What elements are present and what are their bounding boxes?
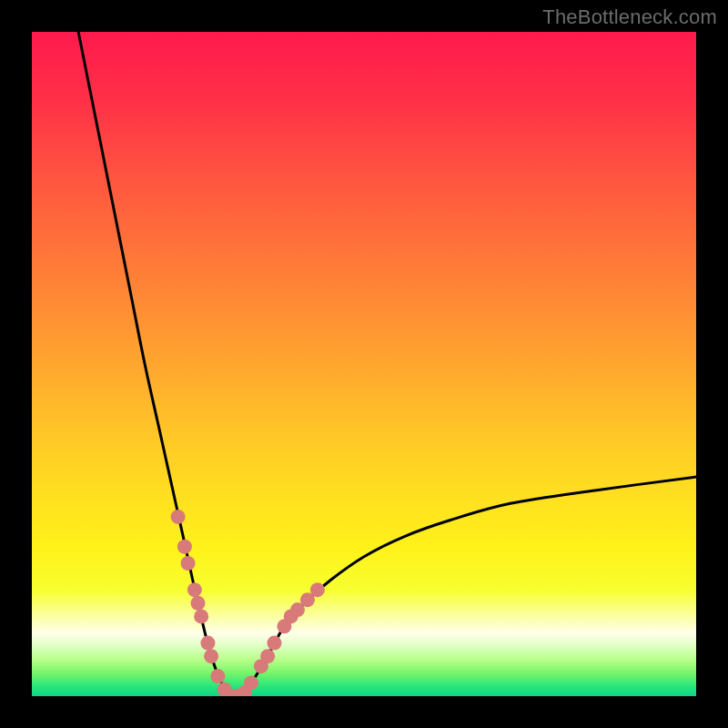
chart-frame: TheBottleneck.com: [0, 0, 728, 728]
marker-dot: [210, 669, 225, 683]
marker-dot: [200, 636, 215, 651]
marker-dot: [191, 596, 206, 611]
marker-dot: [260, 649, 275, 663]
marker-dot: [187, 582, 202, 597]
marker-dot: [244, 675, 258, 690]
marker-dot: [177, 540, 192, 554]
marker-dot: [194, 609, 208, 623]
marker-dot: [267, 636, 281, 651]
watermark-text: TheBottleneck.com: [542, 5, 717, 29]
marker-dot: [204, 649, 218, 663]
plot-area: [32, 32, 696, 696]
chart-svg: [32, 32, 696, 696]
marker-dot: [310, 582, 325, 597]
bottleneck-curve: [78, 32, 696, 696]
marker-dot: [181, 556, 196, 571]
highlight-markers: [171, 510, 325, 696]
marker-dot: [171, 510, 186, 524]
